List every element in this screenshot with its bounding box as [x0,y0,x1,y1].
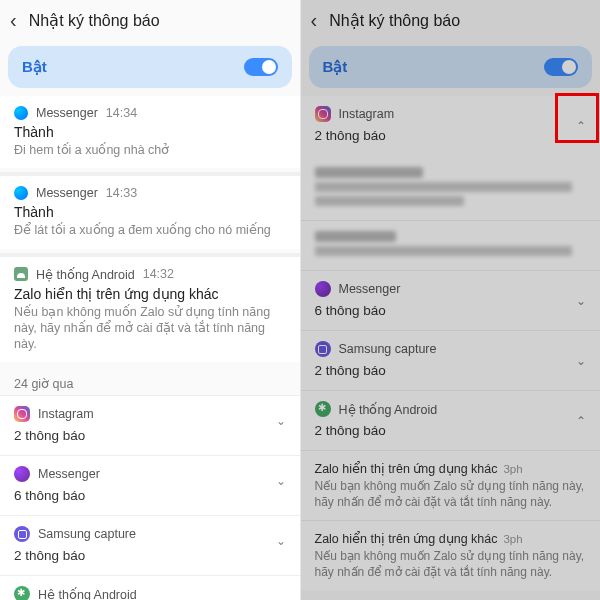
notification-item[interactable]: Messenger 14:34 Thành Đi hem tối a xuống… [0,96,300,168]
toggle-label: Bật [22,58,47,76]
group-app-name: Hệ thống Android [38,587,137,600]
section-24h: 24 giờ qua [0,366,300,395]
notification-item[interactable]: Messenger 14:33 Thành Để lát tối a xuống… [0,176,300,248]
blurred-notification [301,220,601,270]
app-name: Hệ thống Android [36,267,135,282]
app-group[interactable]: Samsung capture 2 thông báo ⌄ [301,330,601,390]
chevron-down-icon: ⌄ [576,294,586,308]
notification-item[interactable]: Zalo hiển thị trên ứng dụng khác 3ph Nếu… [301,450,601,520]
messenger-icon [14,106,28,120]
notif-body: Nếu bạn không muốn Zalo sử dụng tính năn… [315,479,587,510]
group-app-name: Messenger [38,467,100,481]
app-group[interactable]: Messenger 6 thông báo ⌄ [301,270,601,330]
android-settings-icon [14,586,30,600]
notif-title: Zalo hiển thị trên ứng dụng khác [315,461,498,476]
tutorial-highlight [555,93,599,143]
app-group[interactable]: Hệ thống Android 2 thông báo ⌄ [0,575,300,600]
toggle-label: Bật [323,58,348,76]
group-app-name: Instagram [38,407,94,421]
app-group[interactable]: Instagram 2 thông báo ⌄ [0,395,300,455]
notif-title: Zalo hiển thị trên ứng dụng khác [315,531,498,546]
group-app-name: Hệ thống Android [339,402,438,417]
messenger-icon [315,281,331,297]
chevron-down-icon: ⌄ [276,594,286,600]
notif-title: Thành [14,204,286,220]
notification-item[interactable]: Hệ thống Android 14:32 Zalo hiển thị trê… [0,257,300,363]
notif-body: Nếu bạn không muốn Zalo sử dụng tính năn… [14,304,286,353]
notif-time: 3ph [503,533,522,545]
android-settings-icon [315,401,331,417]
instagram-icon [14,406,30,422]
samsung-capture-icon [315,341,331,357]
app-group[interactable]: Messenger 6 thông báo ⌄ [0,455,300,515]
chevron-down-icon: ⌄ [276,534,286,548]
notif-time: 14:32 [143,267,174,281]
screenshot-right: ‹ Nhật ký thông báo Bật Instagram 2 thôn… [301,0,601,600]
chevron-down-icon: ⌄ [576,354,586,368]
group-count: 2 thông báo [14,548,286,563]
notif-title: Zalo hiển thị trên ứng dụng khác [14,286,286,302]
notif-time: 14:33 [106,186,137,200]
notification-item[interactable]: Zalo hiển thị trên ứng dụng khác 3ph Nếu… [301,520,601,590]
screenshot-left: ‹ Nhật ký thông báo Bật Messenger 14:34 … [0,0,300,600]
notif-body: Để lát tối a xuống a đem xuống cho nó mi… [14,222,286,238]
group-count: 2 thông báo [315,423,587,438]
toggle-switch[interactable] [544,58,578,76]
notif-time: 3ph [503,463,522,475]
page-title: Nhật ký thông báo [29,11,160,30]
group-count: 6 thông báo [14,488,286,503]
back-icon[interactable]: ‹ [10,9,17,32]
toggle-switch[interactable] [244,58,278,76]
group-count: 2 thông báo [315,363,587,378]
back-icon[interactable]: ‹ [311,9,318,32]
group-count: 2 thông báo [14,428,286,443]
chevron-down-icon: ⌄ [276,474,286,488]
master-toggle-row[interactable]: Bật [309,46,593,88]
group-count: 6 thông báo [315,303,587,318]
chevron-up-icon: ⌃ [576,414,586,428]
chevron-down-icon: ⌄ [276,414,286,428]
samsung-capture-icon [14,526,30,542]
header: ‹ Nhật ký thông báo [301,0,601,40]
app-group[interactable]: Samsung capture 2 thông báo ⌄ [0,515,300,575]
header: ‹ Nhật ký thông báo [0,0,300,40]
master-toggle-row[interactable]: Bật [8,46,292,88]
android-icon [14,267,28,281]
notif-time: 14:34 [106,106,137,120]
notif-body: Đi hem tối a xuống nhà chở [14,142,286,158]
group-app-name: Messenger [339,282,401,296]
group-app-name: Samsung capture [38,527,136,541]
app-name: Messenger [36,186,98,200]
group-count: 2 thông báo [315,128,587,143]
group-app-name: Samsung capture [339,342,437,356]
instagram-icon [315,106,331,122]
messenger-icon [14,466,30,482]
blurred-notification [301,157,601,220]
app-name: Messenger [36,106,98,120]
group-app-name: Instagram [339,107,395,121]
page-title: Nhật ký thông báo [329,11,460,30]
messenger-icon [14,186,28,200]
notif-title: Thành [14,124,286,140]
app-group[interactable]: Hệ thống Android 2 thông báo ⌃ [301,390,601,450]
notif-body: Nếu bạn không muốn Zalo sử dụng tính năn… [315,549,587,580]
